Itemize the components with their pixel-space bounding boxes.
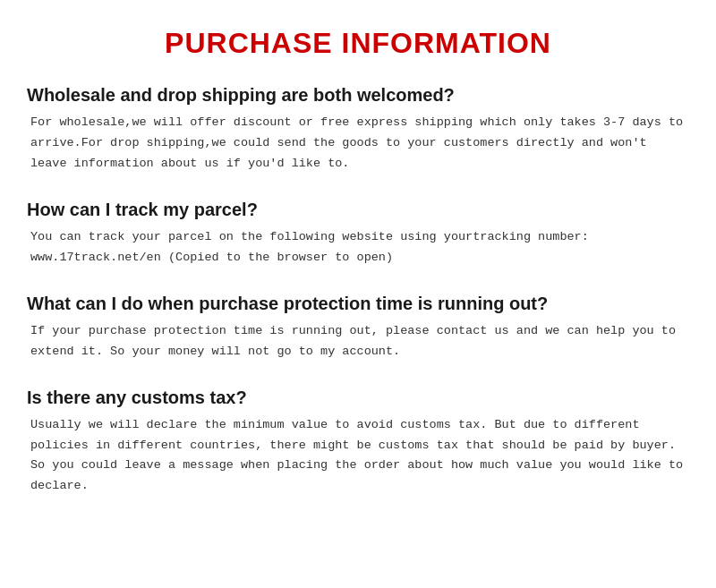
section-heading-wholesale: Wholesale and drop shipping are both wel… [27,85,689,106]
section-heading-customs: Is there any customs tax? [27,388,689,408]
section-wholesale: Wholesale and drop shipping are both wel… [27,85,689,175]
section-body-tracking: You can track your parcel on the followi… [27,227,689,268]
sections-container: Wholesale and drop shipping are both wel… [27,85,689,497]
section-tracking: How can I track my parcel? You can track… [27,200,689,268]
page-title: PURCHASE INFORMATION [27,18,689,60]
section-heading-protection: What can I do when purchase protection t… [27,294,689,314]
section-protection: What can I do when purchase protection t… [27,294,689,362]
section-customs: Is there any customs tax? Usually we wil… [27,388,689,498]
section-body-customs: Usually we will declare the minimum valu… [27,415,689,498]
section-body-protection: If your purchase protection time is runn… [27,321,689,362]
section-body-wholesale: For wholesale,we will offer discount or … [27,113,689,175]
section-heading-tracking: How can I track my parcel? [27,200,689,220]
